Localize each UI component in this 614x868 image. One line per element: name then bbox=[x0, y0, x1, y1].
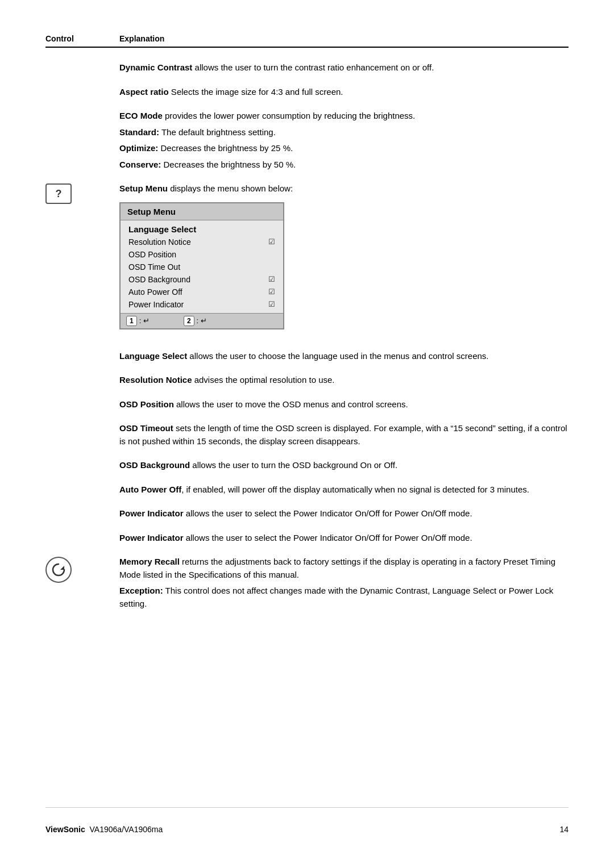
osd-position-icon-col bbox=[45, 398, 119, 399]
lang-select-desc-row: Language Select allows the user to choos… bbox=[45, 350, 569, 363]
power-indicator-1-text: Power Indicator allows the user to selec… bbox=[119, 507, 569, 520]
page-footer: ViewSonic VA1906a/VA1906ma 14 bbox=[45, 807, 569, 834]
footer-btn1: 1 : ↵ bbox=[126, 316, 150, 326]
osd-timeout-text: OSD Timeout sets the length of time the … bbox=[119, 422, 569, 448]
dynamic-contrast-icon-col bbox=[45, 61, 119, 62]
footer-model: VA1906a/VA1906ma bbox=[90, 825, 163, 834]
btn1-icon: : ↵ bbox=[139, 316, 150, 325]
power-indicator-2-icon-col bbox=[45, 532, 119, 533]
auto-power-off-icon-col bbox=[45, 483, 119, 485]
setup-menu-diagram: Setup Menu Language Select Resolution No… bbox=[119, 202, 284, 329]
aspect-ratio-text: Aspect ratio Selects the image size for … bbox=[119, 86, 569, 99]
resolution-notice-check: ☑ bbox=[268, 237, 275, 246]
dynamic-contrast-text: Dynamic Contrast allows the user to turn… bbox=[119, 61, 569, 74]
power-indicator-1-row: Power Indicator allows the user to selec… bbox=[45, 507, 569, 520]
osd-timeout-icon-col bbox=[45, 422, 119, 423]
menu-item-language-select: Language Select bbox=[121, 223, 283, 236]
power-indicator-1-icon-col bbox=[45, 507, 119, 508]
setup-menu-icon-col: ? bbox=[45, 182, 119, 204]
power-indicator-2-text: Power Indicator allows the user to selec… bbox=[119, 532, 569, 545]
footer-page-number: 14 bbox=[559, 825, 569, 834]
btn1-number: 1 bbox=[126, 316, 137, 326]
osd-background-icon-col bbox=[45, 459, 119, 460]
setup-menu-items-list: Language Select Resolution Notice ☑ OSD … bbox=[121, 220, 283, 313]
eco-mode-icon-col bbox=[45, 110, 119, 111]
footer-brand: ViewSonic VA1906a/VA1906ma bbox=[45, 825, 163, 834]
header-control-label: Control bbox=[45, 34, 119, 43]
memory-recall-row: Memory Recall returns the adjustments ba… bbox=[45, 556, 569, 610]
setup-menu-diagram-title: Setup Menu bbox=[121, 203, 283, 220]
menu-item-resolution-notice: Resolution Notice ☑ bbox=[121, 236, 283, 248]
question-mark-icon: ? bbox=[45, 183, 72, 204]
menu-item-osd-timeout: OSD Time Out bbox=[121, 261, 283, 273]
setup-menu-row: ? Setup Menu displays the menu shown bel… bbox=[45, 182, 569, 339]
power-indicator-2-row: Power Indicator allows the user to selec… bbox=[45, 532, 569, 545]
aspect-ratio-icon-col bbox=[45, 86, 119, 87]
resolution-notice-text: Resolution Notice advises the optimal re… bbox=[119, 374, 569, 387]
lang-select-desc-text: Language Select allows the user to choos… bbox=[119, 350, 569, 363]
svg-marker-0 bbox=[60, 566, 64, 570]
auto-power-off-row: Auto Power Off, if enabled, will power o… bbox=[45, 483, 569, 496]
header-explanation-label: Explanation bbox=[119, 34, 164, 43]
resolution-notice-icon-col bbox=[45, 374, 119, 375]
auto-power-off-check: ☑ bbox=[268, 287, 275, 296]
setup-menu-footer: 1 : ↵ 2 : ↵ bbox=[121, 313, 283, 328]
osd-background-text: OSD Background allows the user to turn t… bbox=[119, 459, 569, 472]
lang-select-icon-col bbox=[45, 350, 119, 351]
memory-recall-icon-col bbox=[45, 556, 119, 583]
osd-timeout-row: OSD Timeout sets the length of time the … bbox=[45, 422, 569, 448]
btn2-number: 2 bbox=[184, 316, 194, 326]
content-area: Dynamic Contrast allows the user to turn… bbox=[45, 61, 569, 807]
eco-mode-text: ECO Mode provides the lower power consum… bbox=[119, 110, 569, 171]
osd-position-text: OSD Position allows the user to move the… bbox=[119, 398, 569, 411]
auto-power-off-text: Auto Power Off, if enabled, will power o… bbox=[119, 483, 569, 496]
setup-menu-text: Setup Menu displays the menu shown below… bbox=[119, 182, 569, 339]
btn2-icon: : ↵ bbox=[197, 316, 207, 325]
eco-mode-row: ECO Mode provides the lower power consum… bbox=[45, 110, 569, 171]
menu-item-osd-background: OSD Background ☑ bbox=[121, 273, 283, 286]
dynamic-contrast-row: Dynamic Contrast allows the user to turn… bbox=[45, 61, 569, 74]
memory-recall-text: Memory Recall returns the adjustments ba… bbox=[119, 556, 569, 610]
power-indicator-check: ☑ bbox=[268, 300, 275, 308]
recall-arrow-icon bbox=[50, 561, 67, 578]
osd-position-row: OSD Position allows the user to move the… bbox=[45, 398, 569, 411]
footer-btn2: 2 : ↵ bbox=[184, 316, 207, 326]
table-header: Control Explanation bbox=[45, 34, 569, 48]
memory-recall-icon bbox=[45, 557, 72, 583]
menu-item-osd-position: OSD Position bbox=[121, 248, 283, 261]
menu-item-auto-power-off: Auto Power Off ☑ bbox=[121, 286, 283, 298]
resolution-notice-row: Resolution Notice advises the optimal re… bbox=[45, 374, 569, 387]
page: Control Explanation Dynamic Contrast all… bbox=[0, 0, 614, 868]
osd-background-row: OSD Background allows the user to turn t… bbox=[45, 459, 569, 472]
aspect-ratio-row: Aspect ratio Selects the image size for … bbox=[45, 86, 569, 99]
menu-item-power-indicator: Power Indicator ☑ bbox=[121, 298, 283, 311]
osd-background-check: ☑ bbox=[268, 275, 275, 283]
